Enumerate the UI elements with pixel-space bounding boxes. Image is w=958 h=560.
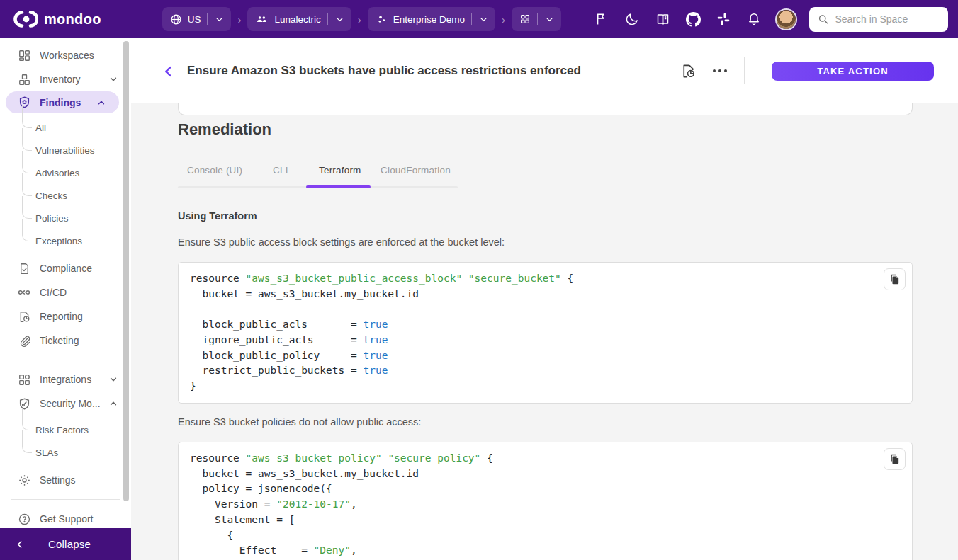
sidebar-item-get-support[interactable]: Get Support	[0, 507, 131, 531]
previous-card-bottom	[178, 103, 913, 115]
remediation-section-header: Remediation	[178, 120, 913, 139]
breadcrumb-separator: ›	[500, 13, 507, 25]
sidebar-item-label: Findings	[40, 97, 81, 108]
report-doc-pie-icon[interactable]	[679, 62, 697, 80]
tab-console-ui[interactable]: Console (UI)	[187, 165, 242, 176]
slack-icon[interactable]	[716, 11, 731, 27]
breadcrumb-separator: ›	[356, 13, 364, 25]
brand-name: mondoo	[44, 11, 101, 28]
notifications-bell-icon[interactable]	[746, 11, 762, 27]
more-options-button[interactable]	[713, 69, 727, 72]
remediation-heading: Remediation	[178, 120, 271, 139]
sidebar-item-slas[interactable]: SLAs	[0, 441, 131, 464]
ticketing-paperclip-icon	[17, 333, 31, 348]
header-actions: TAKE ACTION	[679, 38, 934, 103]
subnav-label: Checks	[35, 190, 67, 201]
sidebar-item-reporting[interactable]: Reporting	[0, 304, 131, 328]
take-action-button[interactable]: TAKE ACTION	[772, 62, 934, 81]
settings-gear-icon	[17, 473, 31, 487]
integrations-widgets-icon	[17, 372, 31, 387]
copy-button[interactable]	[884, 268, 906, 290]
help-question-icon	[17, 512, 31, 526]
chevron-left-icon	[14, 539, 26, 550]
topbar-actions	[594, 7, 948, 32]
user-avatar[interactable]	[777, 10, 796, 29]
sidebar-divider	[11, 360, 120, 360]
subnav-label: SLAs	[35, 447, 58, 458]
chevron-down-icon[interactable]	[478, 14, 489, 25]
sidebar-item-settings[interactable]: Settings	[0, 468, 131, 492]
sidebar-item-all[interactable]: All	[0, 116, 131, 139]
top-bar: mondoo US › Lunalectric ›	[0, 0, 958, 38]
flag-icon[interactable]	[594, 11, 609, 27]
sidebar-item-security-model[interactable]: Security Mo...	[0, 392, 131, 416]
chevron-up-icon	[96, 98, 106, 108]
dark-mode-moon-icon[interactable]	[624, 11, 640, 27]
security-subnav: Risk Factors SLAs	[0, 418, 131, 464]
remediation-tabs: Console (UI) CLI Terraform CloudFormatio…	[178, 163, 617, 191]
sidebar-item-workspaces[interactable]: Workspaces	[0, 43, 131, 67]
space-selector[interactable]: Enterprise Demo	[368, 7, 495, 31]
copy-button[interactable]	[884, 448, 906, 470]
chip-divider	[537, 13, 538, 25]
sidebar-item-exceptions[interactable]: Exceptions	[0, 229, 131, 252]
sidebar: Workspaces Inventory Findings	[0, 38, 131, 528]
code-content[interactable]: resource "aws_s3_bucket_policy" "secure_…	[179, 442, 912, 560]
github-icon[interactable]	[685, 11, 701, 27]
chip-divider	[207, 13, 208, 25]
subnav-label: Risk Factors	[35, 425, 89, 435]
subnav-label: Advisories	[35, 168, 79, 178]
sidebar-item-label: Reporting	[40, 311, 83, 322]
content-area: Remediation Console (UI) CLI Terraform C…	[131, 103, 958, 560]
space-search	[809, 7, 948, 32]
page-title: Ensure Amazon S3 buckets have public acc…	[187, 64, 581, 78]
sidebar-item-cicd[interactable]: CI/CD	[0, 280, 131, 304]
sidebar-item-inventory[interactable]: Inventory	[0, 67, 131, 91]
search-icon	[818, 13, 828, 25]
sidebar-item-compliance[interactable]: Compliance	[0, 256, 131, 280]
chip-divider	[327, 13, 328, 25]
mondoo-logo[interactable]: mondoo	[13, 11, 101, 28]
sidebar-divider	[11, 499, 120, 500]
workspaces-icon	[17, 48, 31, 62]
sidebar-item-risk-factors[interactable]: Risk Factors	[0, 418, 131, 441]
app-root: mondoo US › Lunalectric ›	[0, 0, 958, 560]
sidebar-collapse-button[interactable]: Collapse	[0, 528, 131, 560]
search-input[interactable]	[835, 13, 940, 25]
back-button[interactable]	[161, 64, 176, 79]
heading-rule	[290, 130, 913, 130]
sidebar-item-integrations[interactable]: Integrations	[0, 367, 131, 392]
chevron-down-icon[interactable]	[544, 14, 555, 25]
tab-terraform[interactable]: Terraform	[319, 165, 361, 176]
space-cluster-icon	[376, 13, 388, 25]
sidebar-item-policies[interactable]: Policies	[0, 207, 131, 229]
sidebar-item-ticketing[interactable]: Ticketing	[0, 328, 131, 353]
sidebar-item-checks[interactable]: Checks	[0, 184, 131, 207]
tab-cli[interactable]: CLI	[273, 165, 288, 176]
using-terraform-subheading: Using Terraform	[178, 210, 257, 222]
breadcrumb-separator: ›	[235, 13, 243, 25]
chevron-down-icon[interactable]	[214, 14, 225, 25]
sidebar-item-vulnerabilities[interactable]: Vulnerabilities	[0, 139, 131, 161]
workspace-selector[interactable]	[512, 7, 561, 31]
region-label: US	[188, 14, 201, 25]
sidebar-item-label: Workspaces	[40, 50, 94, 61]
main-area: Ensure Amazon S3 buckets have public acc…	[131, 38, 958, 560]
code-content[interactable]: resource "aws_s3_bucket_public_access_bl…	[179, 263, 912, 403]
chevron-down-icon[interactable]	[334, 14, 345, 25]
org-selector[interactable]: Lunalectric	[247, 7, 351, 31]
breadcrumb: US › Lunalectric › Enterprise Demo	[162, 7, 561, 31]
sidebar-item-advisories[interactable]: Advisories	[0, 161, 131, 184]
tab-cloudformation[interactable]: CloudFormation	[381, 165, 451, 176]
sidebar-nav: Workspaces Inventory Findings	[0, 38, 131, 531]
chevron-up-icon	[108, 399, 118, 408]
docs-book-icon[interactable]	[655, 11, 670, 27]
region-selector[interactable]: US	[162, 7, 232, 31]
org-label: Lunalectric	[274, 14, 320, 25]
collapse-label: Collapse	[48, 538, 91, 550]
sidebar-item-label: Integrations	[40, 374, 91, 385]
findings-subnav: All Vulnerabilities Advisories Checks Po…	[0, 116, 131, 252]
intro-paragraph-2: Ensure S3 bucket policies do not allow p…	[178, 416, 421, 428]
cicd-infinity-icon	[17, 285, 31, 299]
terraform-code-block-2: resource "aws_s3_bucket_policy" "secure_…	[178, 442, 913, 560]
